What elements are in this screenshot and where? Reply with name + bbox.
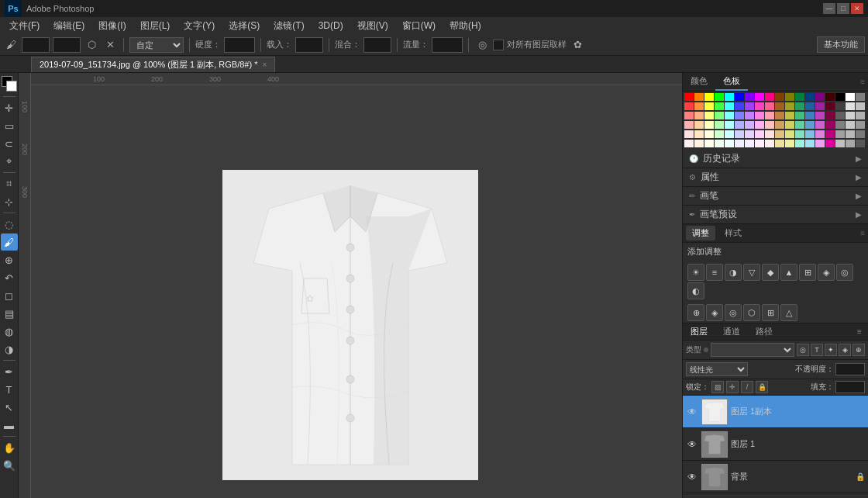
- tab-swatches[interactable]: 色板: [715, 73, 748, 91]
- swatch-2-8[interactable]: [765, 112, 774, 119]
- swatch-5-4[interactable]: [725, 140, 734, 147]
- adj-vibrance-icon[interactable]: ◆: [762, 264, 779, 281]
- swatch-4-16[interactable]: [846, 130, 855, 138]
- swatch-4-4[interactable]: [725, 130, 734, 138]
- swatch-5-14[interactable]: [825, 140, 835, 147]
- layer-eye-copy[interactable]: 👁: [686, 406, 698, 418]
- menu-file[interactable]: 文件(F): [3, 18, 46, 34]
- swatch-5-16[interactable]: [846, 140, 855, 147]
- swatch-0-16[interactable]: [846, 93, 855, 101]
- brush-preset-panel-header[interactable]: ✒ 画笔预设 ▶: [683, 206, 868, 224]
- lock-pixels-icon[interactable]: ▨: [711, 381, 724, 393]
- swatch-2-0[interactable]: [684, 112, 694, 119]
- layer-eye-bg[interactable]: 👁: [686, 471, 698, 483]
- swatch-4-15[interactable]: [835, 130, 845, 138]
- clone-tool[interactable]: ⊕: [1, 251, 18, 268]
- swatch-0-10[interactable]: [785, 93, 794, 101]
- swatch-3-13[interactable]: [815, 121, 825, 129]
- swatch-1-4[interactable]: [725, 102, 734, 110]
- brush-size-2[interactable]: 50: [53, 37, 81, 53]
- swatch-0-6[interactable]: [745, 93, 754, 101]
- filter-icon-1[interactable]: ◎: [797, 344, 809, 356]
- swatch-4-7[interactable]: [755, 130, 764, 138]
- swatch-3-3[interactable]: [715, 121, 724, 129]
- swatch-2-1[interactable]: [694, 112, 704, 119]
- menu-3d[interactable]: 3D(D): [312, 19, 350, 33]
- dodge-tool[interactable]: ◑: [1, 341, 18, 358]
- layer-eye-1[interactable]: 👁: [686, 438, 698, 451]
- tab-layers[interactable]: 图层: [683, 323, 715, 340]
- swatch-0-12[interactable]: [805, 93, 815, 101]
- shape-tool[interactable]: ▬: [1, 417, 18, 434]
- swatch-4-10[interactable]: [785, 130, 794, 138]
- swatch-3-8[interactable]: [765, 121, 774, 129]
- swatch-4-8[interactable]: [765, 130, 774, 138]
- adj-hsl-icon[interactable]: ▲: [780, 264, 797, 281]
- sample-checkbox[interactable]: [493, 40, 504, 50]
- adj-curves-icon[interactable]: ◑: [725, 264, 742, 281]
- select-rect-tool[interactable]: ▭: [1, 117, 18, 134]
- swatch-2-15[interactable]: [835, 112, 845, 119]
- document-tab[interactable]: 2019-07-09_151734.jpg @ 100% (图层 1 副本, R…: [31, 57, 275, 72]
- gradient-tool[interactable]: ▤: [1, 305, 18, 322]
- swatch-1-14[interactable]: [825, 102, 835, 110]
- menu-text[interactable]: 文字(Y): [177, 18, 221, 34]
- adj-brightness-icon[interactable]: ☀: [687, 264, 704, 281]
- adj-colorbalance-icon[interactable]: ⊞: [799, 264, 816, 281]
- swatch-0-0[interactable]: [684, 93, 694, 101]
- swatch-0-7[interactable]: [755, 93, 764, 101]
- swatch-1-2[interactable]: [704, 102, 714, 110]
- swatch-5-6[interactable]: [745, 140, 754, 147]
- tab-channels[interactable]: 通道: [715, 323, 748, 340]
- swatch-1-3[interactable]: [715, 102, 724, 110]
- swatch-4-9[interactable]: [775, 130, 784, 138]
- layer-row-copy[interactable]: 👁 图层 1副本: [683, 396, 868, 428]
- filter-icon-4[interactable]: ◈: [839, 344, 851, 356]
- close-button[interactable]: ✕: [851, 3, 863, 14]
- brush-panel-header[interactable]: ✏ 画笔 ▶: [683, 187, 868, 206]
- swatch-4-17[interactable]: [856, 130, 865, 138]
- flow-input[interactable]: 100%: [432, 37, 463, 53]
- filter-icon-2[interactable]: T: [811, 344, 823, 356]
- mode-select[interactable]: 自定: [129, 37, 184, 53]
- swatch-1-7[interactable]: [755, 102, 764, 110]
- swatch-2-4[interactable]: [725, 112, 734, 119]
- swatch-5-9[interactable]: [775, 140, 784, 147]
- swatch-5-12[interactable]: [805, 140, 815, 147]
- swatch-2-13[interactable]: [815, 112, 825, 119]
- adj-bw-icon[interactable]: ◈: [818, 264, 835, 281]
- magic-wand-tool[interactable]: ⌖: [1, 153, 18, 170]
- opacity-input[interactable]: 100%: [835, 363, 865, 375]
- layer-row-bg[interactable]: 👁 背景 🔒: [683, 461, 868, 493]
- swatch-1-11[interactable]: [795, 102, 804, 110]
- adj-channelmix-icon[interactable]: ◐: [687, 282, 704, 299]
- swatch-3-15[interactable]: [835, 121, 845, 129]
- swatch-5-10[interactable]: [785, 140, 794, 147]
- brush-tool[interactable]: 🖌: [1, 233, 18, 251]
- swatch-5-1[interactable]: [694, 140, 704, 147]
- swatch-5-0[interactable]: [684, 140, 694, 147]
- swatch-2-7[interactable]: [755, 112, 764, 119]
- swatch-3-14[interactable]: [825, 121, 835, 129]
- swatch-3-16[interactable]: [846, 121, 855, 129]
- swatch-4-6[interactable]: [745, 130, 754, 138]
- swatch-3-4[interactable]: [725, 121, 734, 129]
- swatch-0-17[interactable]: [856, 93, 865, 101]
- swatch-5-5[interactable]: [735, 140, 744, 147]
- swatch-5-2[interactable]: [704, 140, 714, 147]
- swatch-5-17[interactable]: [856, 140, 865, 147]
- swatch-5-15[interactable]: [835, 140, 845, 147]
- adj-panel-menu-icon[interactable]: ≡: [860, 229, 865, 237]
- swatch-3-2[interactable]: [704, 121, 714, 129]
- swatch-2-6[interactable]: [745, 112, 754, 119]
- properties-panel-header[interactable]: ⚙ 属性 ▶: [683, 168, 868, 187]
- swatch-1-1[interactable]: [694, 102, 704, 110]
- swatch-1-6[interactable]: [745, 102, 754, 110]
- layers-menu-icon[interactable]: ≡: [854, 327, 865, 337]
- swatch-5-7[interactable]: [755, 140, 764, 147]
- crop-tool[interactable]: ⌗: [1, 175, 18, 192]
- swatch-1-16[interactable]: [846, 102, 855, 110]
- lasso-tool[interactable]: ⊂: [1, 135, 18, 152]
- swatch-3-17[interactable]: [856, 121, 865, 129]
- tab-adjustments[interactable]: 调整: [686, 226, 715, 240]
